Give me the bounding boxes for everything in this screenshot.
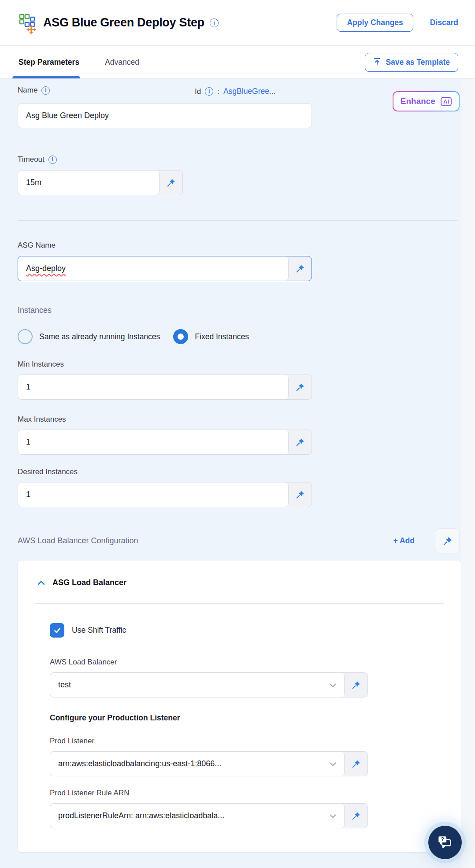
timeout-info-icon[interactable]: i — [48, 156, 57, 164]
aws-load-balancer-label: AWS Load Balancer — [50, 658, 461, 667]
prod-listener-rule-select[interactable]: prodListenerRuleArn: arn:aws:elasticload… — [50, 804, 345, 828]
prod-listener-label: Prod Listener — [50, 737, 461, 746]
prod-listener-select[interactable]: arn:aws:elasticloadbalancing:us-east-1:8… — [50, 752, 345, 776]
max-instances-pin-button[interactable] — [289, 430, 312, 454]
asg-name-input-wrap[interactable]: Asg-deploy — [18, 256, 289, 281]
asg-name-pin-button[interactable] — [289, 256, 312, 281]
enhance-inner: Enhance AI — [393, 92, 459, 111]
timeout-input[interactable] — [26, 178, 151, 187]
use-shift-traffic-checkbox[interactable]: Use Shift Traffic — [50, 623, 461, 638]
timeout-label-group: Timeout i — [18, 155, 475, 164]
chevron-down-icon — [330, 680, 336, 690]
configure-listener-heading: Configure your Production Listener — [50, 713, 461, 723]
apply-changes-button[interactable]: Apply Changes — [337, 14, 413, 32]
step-header: ASG Blue Green Deploy Step i Apply Chang… — [0, 0, 475, 46]
id-info-icon[interactable]: i — [205, 87, 213, 96]
help-chat-button[interactable]: ? — [428, 826, 462, 859]
min-instances-label: Min Instances — [18, 360, 475, 369]
radio-checked-icon — [173, 329, 188, 344]
enhance-ai-button[interactable]: Enhance AI — [393, 91, 460, 111]
instances-radio-group: Same as already running Instances Fixed … — [18, 329, 475, 344]
timeout-input-wrap — [18, 171, 160, 195]
checkbox-checked-icon — [50, 623, 64, 638]
name-label: Name — [18, 86, 37, 95]
discard-button[interactable]: Discard — [430, 18, 458, 27]
asg-load-balancer-card: ASG Load Balancer Use Shift Traffic AWS … — [18, 560, 461, 853]
prod-listener-rule-pin-button[interactable] — [345, 804, 367, 828]
prod-listener-value: arn:aws:elasticloadbalancing:us-east-1:8… — [58, 759, 324, 768]
radio-same-as-running[interactable]: Same as already running Instances — [18, 329, 160, 344]
prod-listener-rule-dropdown: prodListenerRuleArn: arn:aws:elasticload… — [50, 803, 368, 828]
name-info-icon[interactable]: i — [41, 86, 50, 95]
aws-load-balancer-dropdown: test — [50, 672, 368, 697]
chevron-down-icon — [330, 811, 336, 820]
prod-listener-pin-button[interactable] — [345, 752, 367, 776]
timeout-field — [18, 170, 183, 195]
save-as-template-label: Save as Template — [386, 58, 450, 67]
section-divider — [18, 220, 458, 221]
name-input[interactable] — [18, 103, 312, 128]
aws-lb-pin-button[interactable] — [345, 673, 367, 697]
id-group: Id i : AsgBlueGree... — [195, 87, 276, 96]
lb-config-pin-button[interactable] — [436, 528, 460, 553]
asg-name-value: Asg-deploy — [26, 264, 66, 273]
aws-lb-select[interactable]: test — [50, 673, 345, 697]
aws-lb-value: test — [58, 680, 324, 690]
svg-text:?: ? — [441, 836, 444, 842]
title-info-icon[interactable]: i — [210, 19, 219, 27]
radio-fixed-instances[interactable]: Fixed Instances — [173, 329, 249, 344]
tab-bar: Step Parameters Advanced Save as Templat… — [0, 46, 475, 79]
min-instances-input[interactable] — [26, 382, 280, 392]
chevron-up-icon — [37, 579, 45, 587]
max-instances-input-wrap — [18, 430, 289, 454]
id-separator: : — [217, 87, 219, 96]
max-instances-input[interactable] — [26, 438, 280, 447]
id-value[interactable]: AsgBlueGree... — [223, 87, 276, 96]
radio-unchecked-icon — [18, 329, 33, 344]
min-instances-pin-button[interactable] — [289, 375, 312, 399]
enhance-label: Enhance — [401, 96, 435, 106]
tab-advanced[interactable]: Advanced — [105, 46, 139, 78]
lb-config-row: AWS Load Balancer Configuration + Add — [18, 528, 460, 553]
radio-fixed-label: Fixed Instances — [195, 332, 249, 341]
right-gutter — [461, 79, 475, 868]
use-shift-traffic-label: Use Shift Traffic — [72, 626, 126, 635]
instances-heading: Instances — [18, 306, 475, 315]
add-load-balancer-button[interactable]: + Add — [393, 536, 415, 545]
min-instances-input-wrap — [18, 375, 289, 399]
upload-icon — [373, 57, 381, 67]
timeout-pin-button[interactable] — [160, 171, 182, 195]
lb-config-heading: AWS Load Balancer Configuration — [18, 536, 138, 545]
desired-instances-field — [18, 482, 312, 507]
max-instances-label: Max Instances — [18, 415, 475, 424]
radio-same-label: Same as already running Instances — [39, 332, 160, 341]
prod-listener-rule-label: Prod Listener Rule ARN — [50, 789, 461, 798]
id-label: Id — [195, 87, 201, 96]
max-instances-field — [18, 430, 312, 455]
page-title: ASG Blue Green Deploy Step — [43, 16, 204, 30]
desired-instances-pin-button[interactable] — [289, 482, 312, 507]
chevron-down-icon — [330, 759, 336, 768]
desired-instances-label: Desired Instances — [18, 467, 475, 476]
prod-listener-dropdown: arn:aws:elasticloadbalancing:us-east-1:8… — [50, 751, 368, 776]
card-divider — [35, 603, 444, 604]
ai-badge: AI — [441, 97, 452, 106]
step-parameters-panel: Name i Id i : AsgBlueGree... Enhance AI … — [0, 79, 475, 868]
asg-lb-collapse-header[interactable]: ASG Load Balancer — [18, 578, 461, 587]
timeout-label: Timeout — [18, 155, 45, 164]
tab-step-parameters[interactable]: Step Parameters — [19, 46, 79, 78]
name-row: Name i Id i : AsgBlueGree... Enhance AI — [18, 86, 460, 97]
asg-name-field: Asg-deploy — [18, 256, 312, 281]
desired-instances-input[interactable] — [26, 490, 280, 499]
min-instances-field — [18, 375, 312, 400]
asg-lb-card-title: ASG Load Balancer — [52, 578, 126, 587]
asg-name-label: ASG Name — [18, 241, 475, 250]
prod-listener-rule-value: prodListenerRuleArn: arn:aws:elasticload… — [58, 811, 324, 820]
save-as-template-button[interactable]: Save as Template — [365, 53, 458, 72]
asg-deploy-step-icon — [17, 11, 40, 34]
desired-instances-input-wrap — [18, 482, 289, 507]
